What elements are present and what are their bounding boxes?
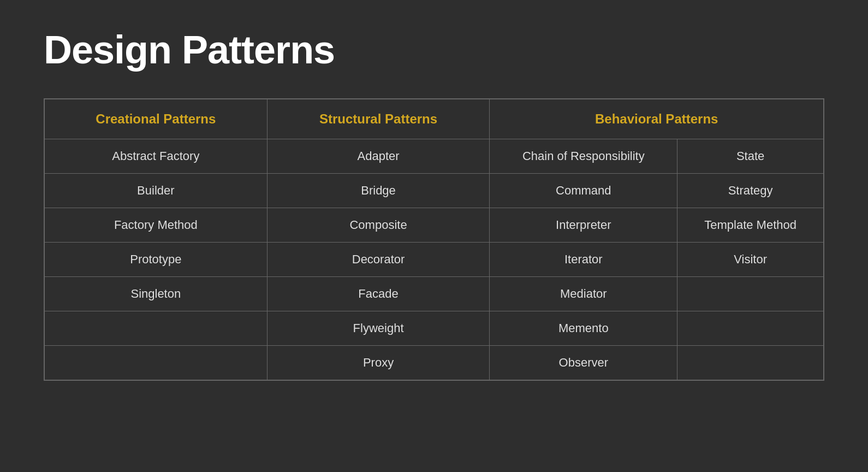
cell-behavioral-1: Interpreter (490, 208, 677, 243)
table-row: BuilderBridgeCommandStrategy (45, 174, 824, 208)
patterns-table: Creational Patterns Structural Patterns … (44, 98, 824, 381)
header-creational: Creational Patterns (45, 99, 267, 139)
cell-behavioral-1: Command (490, 174, 677, 208)
table-row: Factory MethodCompositeInterpreterTempla… (45, 208, 824, 243)
cell-structural: Composite (267, 208, 490, 243)
cell-behavioral-1: Chain of Responsibility (490, 139, 677, 174)
cell-creational: Builder (45, 174, 267, 208)
table-row: FlyweightMemento (45, 311, 824, 346)
cell-behavioral-2: Strategy (677, 174, 824, 208)
cell-behavioral-2: Template Method (677, 208, 824, 243)
cell-behavioral-1: Memento (490, 311, 677, 346)
table-row: Abstract FactoryAdapterChain of Responsi… (45, 139, 824, 174)
cell-structural: Flyweight (267, 311, 490, 346)
cell-behavioral-1: Mediator (490, 277, 677, 311)
cell-creational: Abstract Factory (45, 139, 267, 174)
cell-behavioral-1: Observer (490, 346, 677, 380)
header-behavioral: Behavioral Patterns (490, 99, 824, 139)
header-structural: Structural Patterns (267, 99, 490, 139)
table-row: ProxyObserver (45, 346, 824, 380)
cell-structural: Decorator (267, 243, 490, 277)
cell-behavioral-2 (677, 277, 824, 311)
cell-behavioral-2: State (677, 139, 824, 174)
cell-structural: Adapter (267, 139, 490, 174)
cell-structural: Facade (267, 277, 490, 311)
cell-creational (45, 346, 267, 380)
table-row: PrototypeDecoratorIteratorVisitor (45, 243, 824, 277)
cell-creational: Prototype (45, 243, 267, 277)
cell-creational: Singleton (45, 277, 267, 311)
cell-behavioral-2 (677, 346, 824, 380)
cell-behavioral-2 (677, 311, 824, 346)
cell-creational (45, 311, 267, 346)
cell-structural: Bridge (267, 174, 490, 208)
cell-behavioral-2: Visitor (677, 243, 824, 277)
cell-behavioral-1: Iterator (490, 243, 677, 277)
cell-structural: Proxy (267, 346, 490, 380)
table-row: SingletonFacadeMediator (45, 277, 824, 311)
page-title: Design Patterns (44, 27, 335, 72)
cell-creational: Factory Method (45, 208, 267, 243)
